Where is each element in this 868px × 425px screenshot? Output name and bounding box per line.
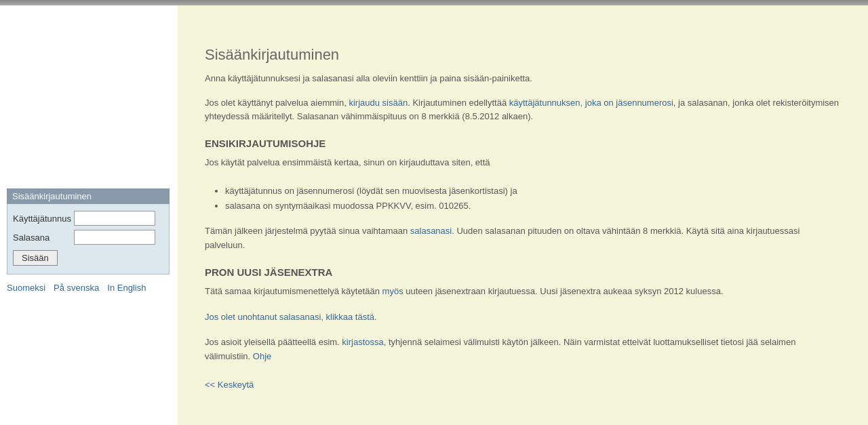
after-bullets-text: Tämän jälkeen järjestelmä pyytää sinua v… [205,224,841,253]
page-layout: Sisäänkirjautuminen Käyttäjätunnus Salas… [0,5,868,425]
section1-heading: ENSIKIRJAUTUMISOHJE [205,138,841,149]
library-link[interactable]: kirjastossa [342,337,383,347]
login-link[interactable]: kirjaudu sisään [349,98,408,108]
section1-intro: Jos käytät palvelua ensimmäistä kertaa, … [205,156,841,170]
top-bar [0,0,868,5]
main-content: Sisäänkirjautuminen Anna käyttäjätunnuks… [178,5,868,425]
lang-en-link[interactable]: In English [107,283,146,293]
section2-heading: PRON UUSI JÄSENEXTRA [205,266,841,278]
login-panel-header: Sisäänkirjautuminen [7,188,170,204]
login-submit-button[interactable]: Sisään [13,250,58,266]
bullet-item-2: salasana on syntymäaikasi muodossa PPKKV… [225,199,841,214]
username-input[interactable] [74,211,155,226]
cancel-link[interactable]: << Keskeytä [205,380,254,390]
page-title: Sisäänkirjautuminen [205,46,841,64]
username-info-link[interactable]: käyttäjätunnuksen, joka on jäsennumerosi [509,98,673,108]
username-row: Käyttäjätunnus [13,211,163,226]
username-label: Käyttäjätunnus [13,214,74,224]
lang-sv-link[interactable]: På svenska [54,283,99,293]
password-row: Salasana [13,230,163,245]
section2-text: Tätä samaa kirjautumismenettelyä käytetä… [205,285,841,299]
language-links: Suomeksi På svenska In English [7,283,178,293]
left-panel: Sisäänkirjautuminen Käyttäjätunnus Salas… [0,5,178,425]
myos-link[interactable]: myös [382,286,403,296]
forgot-password-link[interactable]: Jos olet unohtanut salasanasi, klikkaa t… [205,312,841,322]
password-input[interactable] [74,230,155,245]
password-label: Salasana [13,232,74,243]
bottom-note: Jos asioit yleisellä päätteellä esim. ki… [205,336,841,364]
info-block: Jos olet käyttänyt palvelua aiemmin, kir… [205,96,841,125]
bullet-item-1: käyttäjätunnus on jäsennumerosi (löydät … [225,184,841,199]
login-panel-title: Sisäänkirjautuminen [12,191,92,201]
bullet-list: käyttäjätunnus on jäsennumerosi (löydät … [225,184,841,214]
ohje-link[interactable]: Ohje [253,351,271,361]
login-panel-body: Käyttäjätunnus Salasana Sisään [7,204,170,275]
intro-text: Anna käyttäjätunnuksesi ja salasanasi al… [205,72,841,85]
submit-row: Sisään [13,250,163,266]
password-link[interactable]: salasanasi [410,226,452,236]
lang-fi-link[interactable]: Suomeksi [7,283,45,293]
login-panel: Sisäänkirjautuminen Käyttäjätunnus Salas… [7,188,170,275]
